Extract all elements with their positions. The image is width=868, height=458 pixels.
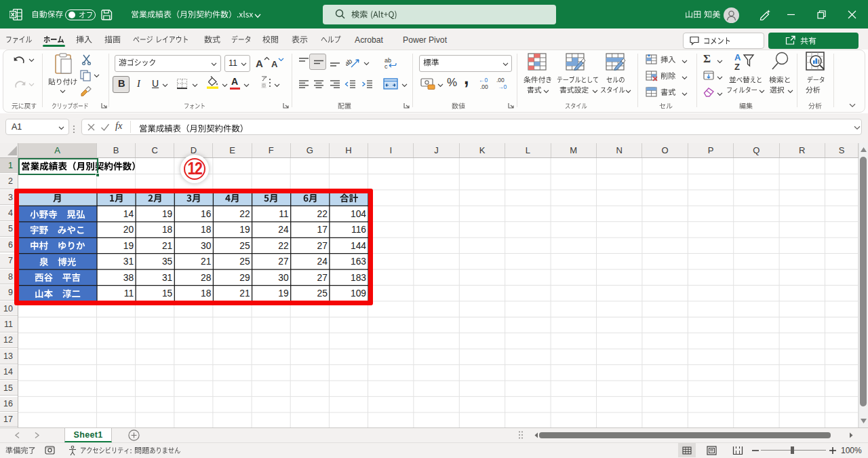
svg-text:→0: →0 [498,83,507,90]
svg-text:Z: Z [734,62,740,71]
svg-text:A: A [734,52,741,62]
svg-text:c: c [384,63,388,69]
svg-text:.00: .00 [496,77,505,83]
svg-text:←0: ←0 [479,77,488,83]
svg-text:.00: .00 [480,83,488,90]
